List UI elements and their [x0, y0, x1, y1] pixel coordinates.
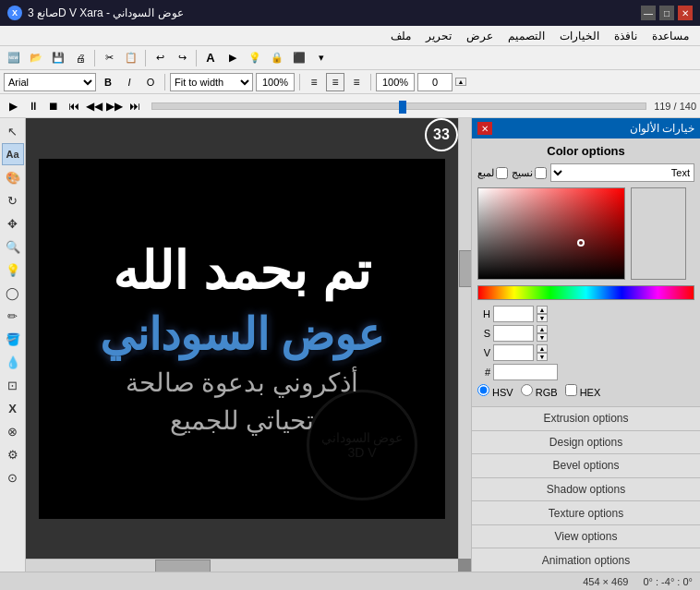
shape-tool[interactable]: ◯ [2, 282, 24, 304]
prev-end-button[interactable]: ⏮ [65, 97, 83, 115]
crop-tool[interactable]: ⊡ [2, 374, 24, 396]
timeline-thumb[interactable] [399, 101, 406, 114]
zoom-input[interactable] [256, 73, 295, 91]
play-button[interactable]: ▶ [4, 97, 22, 115]
eyedrop-tool[interactable]: 💧 [2, 351, 24, 373]
print-button[interactable]: 🖨 [70, 49, 91, 67]
spin-up-button[interactable]: ▲ [455, 78, 466, 86]
play-toolbar-button[interactable]: ▶ [223, 49, 243, 67]
animation-options-item[interactable]: Animation options [472, 548, 700, 572]
hex-radio-label[interactable]: HEX [565, 384, 601, 398]
align-center-button[interactable]: ≡ [326, 73, 344, 91]
color-gradient-picker[interactable] [477, 187, 625, 280]
italic-button[interactable]: I [120, 73, 139, 91]
color-type-select[interactable]: Text [550, 163, 694, 182]
close-button[interactable]: ✕ [678, 6, 693, 20]
panel-close-button[interactable]: ✕ [477, 122, 492, 135]
cut-button[interactable]: ✂ [99, 49, 119, 67]
text-button[interactable]: A [200, 49, 221, 67]
vertical-scroll-thumb[interactable] [459, 250, 471, 287]
pen-tool[interactable]: ✏ [2, 305, 24, 327]
menu-view[interactable]: عرض [459, 28, 501, 44]
vertical-scrollbar[interactable] [458, 118, 471, 559]
minimize-button[interactable]: — [641, 6, 656, 20]
extrusion-options-item[interactable]: Extrusion options [472, 406, 700, 430]
hex-checkbox[interactable] [565, 384, 577, 396]
eraser-tool[interactable]: ⊗ [2, 420, 24, 442]
redo-button[interactable]: ↪ [172, 49, 192, 67]
s-input[interactable] [493, 325, 534, 342]
maximize-button[interactable]: □ [659, 6, 674, 20]
light-button[interactable]: 💡 [245, 49, 265, 67]
hash-input[interactable] [493, 364, 558, 380]
canvas-content[interactable]: 33 تم بحمد الله عوض السوداني أذكروني بدع… [26, 118, 458, 559]
lock-button[interactable]: 🔒 [267, 49, 287, 67]
color-options-title: Color options [477, 144, 694, 158]
bg-button[interactable]: ⬛ [289, 49, 309, 67]
menu-options[interactable]: الخيارات [552, 28, 607, 44]
shadow-options-item[interactable]: Shadow options [472, 477, 700, 501]
timeline[interactable] [151, 102, 646, 110]
bevel-options-item[interactable]: Bevel options [472, 453, 700, 477]
copy-button[interactable]: 📋 [121, 49, 141, 67]
hue-strip[interactable] [477, 285, 694, 300]
s-spin-down[interactable]: ▼ [537, 333, 548, 342]
menu-window[interactable]: نافذة [607, 28, 645, 44]
fit-to-width-select[interactable]: Fit to width [170, 73, 253, 91]
num-input[interactable] [417, 73, 453, 91]
prev-button[interactable]: ◀◀ [85, 97, 103, 115]
undo-button[interactable]: ↩ [150, 49, 170, 67]
h-spin-up[interactable]: ▲ [537, 306, 548, 314]
hsv-radio[interactable] [477, 384, 489, 396]
light-tool[interactable]: 💡 [2, 259, 24, 281]
horizontal-scrollbar[interactable] [26, 559, 458, 572]
zoom-tool[interactable]: 🔍 [2, 235, 24, 258]
pause-button[interactable]: ⏸ [24, 97, 42, 115]
texture-options-item[interactable]: Texture options [472, 500, 700, 524]
rgb-radio-label[interactable]: RGB [521, 384, 558, 398]
s-spin-up[interactable]: ▲ [537, 325, 548, 333]
texture-checkbox[interactable] [535, 167, 547, 179]
save-button[interactable]: 💾 [48, 49, 68, 67]
select-tool[interactable]: ↖ [2, 120, 24, 142]
align-left-button[interactable]: ≡ [305, 73, 323, 91]
bold-button[interactable]: B [99, 73, 117, 91]
rgb-radio[interactable] [521, 384, 533, 396]
x-tool[interactable]: X [2, 397, 24, 419]
horizontal-scroll-thumb[interactable] [155, 560, 211, 572]
v-spin-down[interactable]: ▼ [537, 353, 548, 361]
outline-button[interactable]: O [141, 73, 160, 91]
menu-edit[interactable]: تحرير [418, 28, 459, 44]
open-button[interactable]: 📂 [26, 49, 46, 67]
hsv-radio-label[interactable]: HSV [477, 384, 513, 398]
extra-tool-2[interactable]: ⊙ [2, 466, 24, 488]
align-right-button[interactable]: ≡ [347, 73, 366, 91]
more-button[interactable]: ▾ [311, 49, 332, 67]
shine-checkbox[interactable] [496, 167, 508, 179]
font-select[interactable]: Arial [4, 73, 96, 91]
texture-checkbox-label[interactable]: نسيج [512, 167, 547, 179]
view-options-item[interactable]: View options [472, 524, 700, 548]
zoom2-input[interactable] [376, 73, 415, 91]
next-end-button[interactable]: ⏭ [126, 97, 144, 115]
menu-design[interactable]: التصميم [501, 28, 552, 44]
v-input[interactable] [493, 344, 534, 361]
h-spin-down[interactable]: ▼ [537, 314, 548, 322]
v-spin-up[interactable]: ▲ [537, 344, 548, 353]
menu-file[interactable]: ملف [383, 28, 418, 44]
menu-help[interactable]: مساعدة [645, 28, 696, 44]
text-tool[interactable]: Aa [2, 143, 24, 165]
texture-label: نسيج [512, 167, 533, 179]
extra-tool[interactable]: ⚙ [2, 443, 24, 465]
stop-button[interactable]: ⏹ [44, 97, 63, 115]
new-button[interactable]: 🆕 [4, 49, 24, 67]
rotate-tool[interactable]: ↻ [2, 189, 24, 211]
design-options-item[interactable]: Design options [472, 430, 700, 454]
menu-bar: مساعدة نافذة الخيارات التصميم عرض تحرير … [0, 26, 700, 46]
shine-checkbox-label[interactable]: لمبع [477, 167, 508, 179]
color-tool[interactable]: 🎨 [2, 166, 24, 188]
h-input[interactable] [493, 306, 534, 322]
fill-tool[interactable]: 🪣 [2, 328, 24, 350]
move-tool[interactable]: ✥ [2, 212, 24, 235]
next-button[interactable]: ▶▶ [105, 97, 124, 115]
